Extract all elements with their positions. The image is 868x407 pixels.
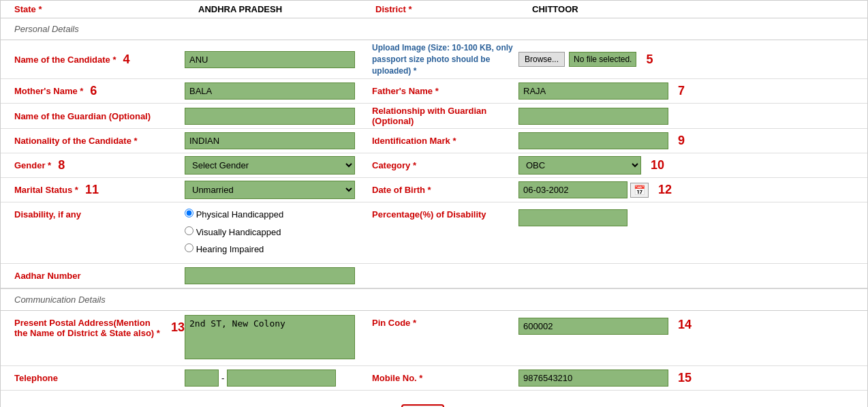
relationship-input[interactable] [518, 108, 668, 125]
upload-label: Upload Image (Size: 10-100 KB, only pass… [362, 42, 518, 76]
candidate-name-input[interactable] [185, 51, 355, 68]
next-button[interactable]: Next [401, 404, 444, 407]
nationality-wrapper [185, 132, 362, 149]
telephone-separator: - [221, 373, 224, 383]
dob-wrapper: 📅 12 [518, 181, 867, 198]
disability-label: Disability, if any [1, 207, 185, 220]
browse-button[interactable]: Browse... [518, 52, 565, 67]
guardian-name-label: Name of the Guardian (Optional) [1, 111, 185, 121]
district-value: CHITTOOR [532, 4, 578, 14]
id-mark-input[interactable] [518, 132, 668, 149]
telephone-number-input[interactable] [227, 370, 336, 387]
candidate-name-label: Name of the Candidate * 4 [1, 52, 185, 67]
next-button-area: Next 16 [1, 391, 867, 407]
field-num-8: 8 [58, 158, 65, 172]
field-num-10: 10 [651, 158, 664, 172]
field-num-11: 11 [85, 183, 99, 197]
nationality-input[interactable] [185, 132, 355, 149]
guardian-name-input[interactable] [185, 108, 355, 125]
dob-label: Date of Birth * [362, 185, 518, 195]
marital-status-select[interactable]: Unmarried Married Divorced Widowed [185, 181, 355, 199]
address-textarea[interactable]: 2nd ST, New Colony [185, 315, 355, 359]
field-num-14: 14 [678, 318, 692, 332]
field-num-9: 9 [678, 134, 685, 148]
relationship-wrapper [518, 108, 867, 125]
gender-wrapper: Select Gender Male Female [185, 156, 362, 175]
address-label: Present Postal Address(Mention the Name … [1, 315, 185, 338]
telephone-wrapper: - [185, 370, 362, 387]
category-select[interactable]: OBC General SC ST [518, 156, 641, 175]
field-num-4: 4 [123, 52, 130, 67]
field-num-12: 12 [658, 183, 672, 197]
state-label: State * [14, 4, 198, 14]
telephone-area-input[interactable] [185, 370, 219, 387]
aadhar-wrapper [185, 267, 362, 284]
district-label: District * [375, 4, 532, 14]
field-num-5: 5 [646, 52, 653, 67]
guardian-name-wrapper [185, 108, 362, 125]
personal-details-header: Personal Details [1, 18, 867, 40]
radio-physical-input[interactable] [185, 209, 193, 217]
candidate-name-field-wrapper [185, 51, 362, 68]
aadhar-input[interactable] [185, 267, 355, 284]
mobile-label: Mobile No. * [362, 373, 518, 383]
radio-visual[interactable]: Visually Handicapped [185, 224, 355, 240]
fathers-name-wrapper: 7 [518, 82, 867, 100]
pincode-label: Pin Code * [362, 315, 518, 328]
fathers-name-label: Father's Name * [362, 86, 518, 96]
file-selected-text: No file selected. [569, 52, 636, 67]
radio-visual-input[interactable] [185, 226, 193, 235]
marital-status-wrapper: Unmarried Married Divorced Widowed [185, 181, 362, 199]
calendar-icon[interactable]: 📅 [630, 183, 649, 198]
mothers-name-input[interactable] [185, 82, 355, 100]
communication-details-header: Communication Details [1, 288, 867, 310]
gender-label: Gender * 8 [1, 158, 185, 172]
field-num-7: 7 [678, 84, 685, 98]
radio-physical[interactable]: Physical Handicapped [185, 207, 355, 222]
mobile-wrapper: 15 [518, 370, 867, 387]
telephone-inputs: - [185, 370, 355, 387]
field-num-15: 15 [678, 371, 692, 385]
mobile-input[interactable] [518, 370, 668, 387]
disability-options-wrapper: Physical Handicapped Visually Handicappe… [185, 207, 362, 258]
state-value: ANDHRA PRADESH [198, 4, 375, 14]
pincode-input[interactable] [518, 318, 668, 335]
field-num-6: 6 [90, 84, 97, 98]
address-wrapper: 2nd ST, New Colony [185, 315, 362, 361]
radio-hearing[interactable]: Hearing Impaired [185, 241, 355, 257]
disability-radio-group: Physical Handicapped Visually Handicappe… [185, 207, 355, 257]
gender-select[interactable]: Select Gender Male Female [185, 156, 355, 175]
dob-input[interactable] [518, 181, 627, 198]
fathers-name-input[interactable] [518, 82, 668, 100]
pincode-wrapper: 14 [518, 315, 867, 335]
telephone-label: Telephone [1, 373, 185, 383]
disability-pct-wrapper [518, 207, 867, 226]
mothers-name-label: Mother's Name * 6 [1, 84, 185, 98]
id-mark-wrapper: 9 [518, 132, 867, 149]
disability-pct-label: Percentage(%) of Disability [362, 207, 518, 220]
marital-status-label: Marital Status * 11 [1, 183, 185, 197]
category-wrapper: OBC General SC ST 10 [518, 156, 867, 175]
radio-hearing-input[interactable] [185, 243, 193, 252]
field-num-13: 13 [171, 320, 185, 335]
relationship-label: Relationship with Guardian (Optional) [362, 106, 518, 126]
category-label: Category * [362, 160, 518, 170]
aadhar-label: Aadhar Number [1, 271, 185, 281]
id-mark-label: Identification Mark * [362, 136, 518, 146]
nationality-label: Nationality of the Candidate * [1, 136, 185, 146]
upload-area: Browse... No file selected. 5 [518, 52, 867, 67]
mothers-name-wrapper [185, 82, 362, 100]
disability-pct-input[interactable] [518, 209, 627, 226]
